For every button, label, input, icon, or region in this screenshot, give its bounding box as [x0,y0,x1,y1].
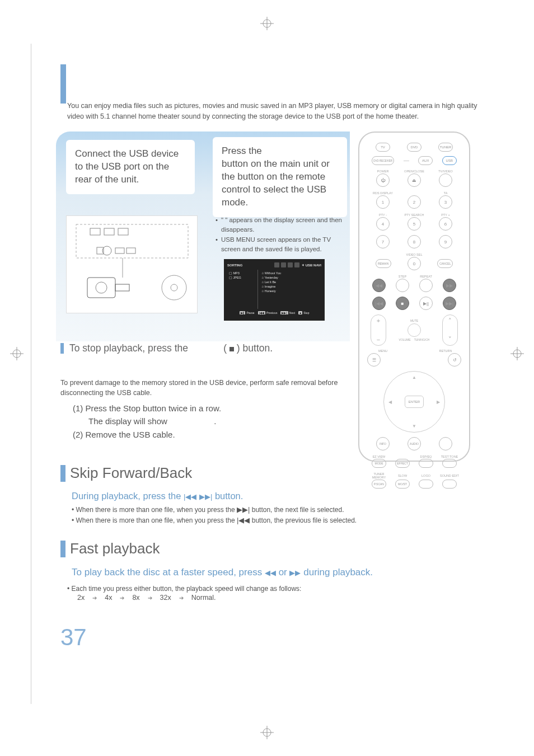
remote-dpad: ▲ ▼ ◀ ▶ ENTER [383,371,445,433]
svg-rect-20 [87,278,115,298]
remote-return-button: ↺ [448,353,461,367]
remote-label: TV/VIDEO [430,170,461,173]
remote-num-button: 9 [439,235,452,248]
remote-label: MENU [367,349,399,353]
usb-footer-stop: Stop [303,311,309,314]
usb-note-1b: " appears on the display screen and then… [221,217,342,233]
usb-note-2: USB MENU screen appears on the TV screen… [221,235,350,253]
remote-label: REPEAT [414,275,438,278]
section-accent-bar [60,541,65,557]
step-2-text-c: button on the remote control to select t… [222,171,326,208]
usb-menu-sorting-label: SORTING [227,264,272,267]
step-2-text-a: Press the [222,145,262,156]
usb-track: ♫ Imagine [261,285,318,288]
prev-icon [237,518,250,524]
remote-label: DSP/EQ [414,455,438,458]
speed-value: Normal. [191,594,216,602]
svg-rect-12 [76,224,188,258]
usb-footer-prev: Previous [266,311,277,314]
remote-label: LOGO [414,474,438,477]
safe-removal-note: To prevent damage to the memory stored i… [60,378,340,398]
usb-footer-next: Next [289,311,295,314]
usb-menu-header-icons [274,262,299,267]
stop-text-c: ) button. [237,342,273,354]
fast-forward-icon [289,567,301,577]
next-icon [237,507,250,513]
usb-track: ♫ Yesterday [261,276,318,279]
remote-small-button [419,459,433,468]
stop-text-b: ( [223,342,227,354]
speed-value: 32x [160,594,171,602]
fast-speeds-list: 2x 4x 8x 32x Normal. [77,594,475,602]
speed-value: 8x [132,594,139,602]
usb-folder: ▢ JPEG [229,276,256,279]
arrow-icon [148,594,152,602]
usb-track: ♫ Honesty [261,289,318,293]
remote-label: VIDEO SEL [399,253,430,256]
remote-label: PTY SEARCH [399,213,430,217]
remote-label: OPEN/CLOSE [399,170,430,173]
remote-label: SLOW [391,474,414,477]
remote-tuner-button: TUNER [438,143,453,152]
remote-prev-button: |◀◀ [372,297,386,310]
remote-num-button: 7 [376,235,390,248]
usb-track: ♫ Let It Be [261,280,318,284]
steps-panel: Connect the USB device to the USB port o… [56,132,350,341]
remote-eject-button: ⏏ [407,173,421,187]
skip-prev-icon [184,491,196,501]
svg-rect-15 [118,228,128,235]
remote-receiver-button: DVD RECEIVER [372,156,394,165]
remote-tvvideo-button [439,173,452,187]
fast-instruction: To play back the disc at a faster speed,… [72,566,385,579]
remote-label: RETURN [430,349,461,353]
remote-step-button [396,279,409,292]
usb-track: ♫ Without You [261,271,318,275]
remote-ff-button: ▶▶ [443,279,456,292]
remote-small-button [442,459,457,468]
dpad-right-icon: ▶ [437,400,440,405]
remote-audio-button: AUDIO [407,437,421,450]
removal-step-1c: . [214,416,216,426]
remote-label: POWER [367,170,399,173]
registration-mark-icon [510,347,524,360]
remote-label: MUTE [410,319,418,322]
safe-removal-steps: (1) Press the Stop button twice in a row… [73,402,221,441]
remote-label: TA [430,191,461,195]
remote-num-button: 2 [407,195,421,209]
usb-menu-navi-label: ✦ USB NAVI [302,263,321,267]
remote-label: PTY + [430,213,461,217]
remote-next-button: ▶▶| [443,297,456,310]
remote-label: PTY - [367,213,399,217]
remote-stop-button: ■ [396,297,409,310]
remote-num-button: 0 [407,257,421,270]
removal-step-1b: The display will show [88,416,170,426]
remote-label: TUNING/CH [414,338,430,341]
remote-power-button: ⏻ [376,173,390,187]
usb-folder: ▢ MP3 [229,271,256,275]
remote-label: TEST TONE [438,455,461,458]
remote-label: TUNER MEMORY [367,472,391,479]
svg-rect-19 [127,248,135,253]
step-1-box: Connect the USB device to the USB port o… [66,140,195,194]
remote-label: VOLUME [399,338,411,341]
stop-text-a: To stop playback, press the [69,342,191,354]
remote-menu-button: ☰ [367,353,381,367]
section-accent-bar [60,343,64,354]
dpad-down-icon: ▼ [412,424,416,429]
step-2-box: Press the button on the main unit or the… [213,137,347,217]
svg-rect-14 [104,228,114,235]
remote-repeat-button [419,279,433,292]
skip-bullet-2: • When there is more than one file, when… [72,515,475,526]
dpad-up-icon: ▲ [412,375,416,380]
remote-num-button: 4 [376,217,390,231]
remote-label: RDS DISPLAY [367,191,399,195]
skip-title: Skip Forward/Back [70,464,192,482]
remote-dvd-button: DVD [407,143,421,152]
arrow-icon [179,594,184,602]
svg-point-24 [162,275,186,300]
remote-rewind-button: ◀◀ [372,279,386,292]
remote-most-button: MO/ST [395,480,410,489]
stop-icon [229,347,234,351]
rewind-icon [265,567,276,577]
remote-mute-button [407,323,421,337]
